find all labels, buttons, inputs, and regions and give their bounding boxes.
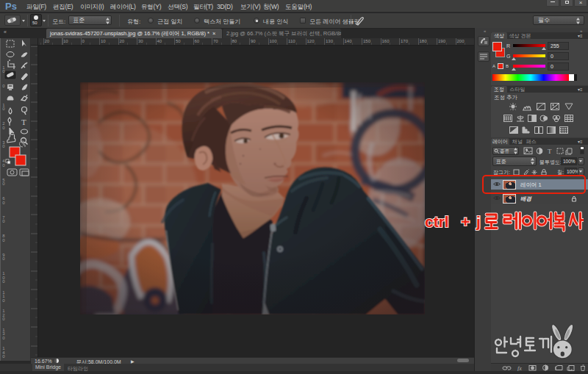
svg-text:fx: fx xyxy=(517,365,522,372)
svg-text:T: T xyxy=(548,148,552,155)
svg-text:+: + xyxy=(461,213,470,230)
svg-text:T: T xyxy=(21,118,26,126)
svg-text:j: j xyxy=(476,213,481,230)
svg-text:ctrl: ctrl xyxy=(425,213,449,230)
